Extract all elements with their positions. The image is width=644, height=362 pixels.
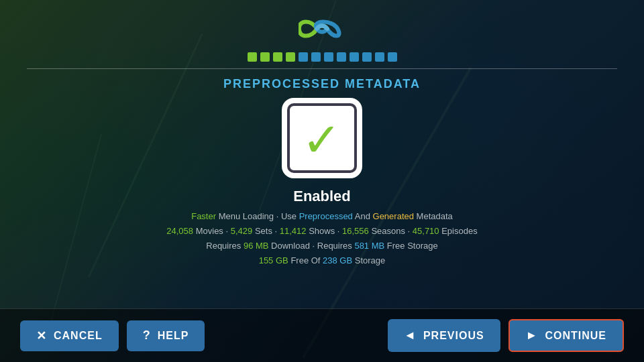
previous-button[interactable]: ◄ PREVIOUS — [388, 319, 500, 352]
progress-dot — [299, 52, 308, 62]
previous-icon: ◄ — [404, 328, 417, 343]
app-logo — [299, 12, 345, 46]
desc-total-storage: 238 GB — [323, 255, 352, 265]
previous-label: PREVIOUS — [423, 330, 484, 342]
cancel-label: CANCEL — [54, 330, 103, 342]
main-content: ✓ Enabled Faster Menu Loading · Use Prep… — [166, 98, 477, 308]
page-title: PREPROCESSED METADATA — [223, 77, 421, 91]
help-icon: ? — [143, 328, 151, 343]
continue-button[interactable]: ► CONTINUE — [508, 319, 624, 352]
header-divider — [27, 68, 617, 69]
desc-line-2: 24,058 Movies · 5,429 Sets · 11,412 Show… — [166, 224, 477, 239]
progress-dot — [375, 52, 384, 62]
progress-dot — [337, 52, 346, 62]
progress-dot — [324, 52, 333, 62]
desc-line-3: Requires 96 MB Download · Requires 581 M… — [166, 239, 477, 253]
help-label: HELP — [158, 330, 189, 342]
progress-dot — [311, 52, 321, 62]
help-button[interactable]: ? HELP — [127, 320, 205, 351]
progress-dot — [260, 52, 270, 62]
right-buttons: ◄ PREVIOUS ► CONTINUE — [388, 319, 624, 352]
desc-preprocessed: Preprocessed — [299, 211, 353, 221]
app-header — [248, 12, 397, 62]
desc-line-1: Faster Menu Loading · Use Preprocessed A… — [166, 209, 477, 224]
status-icon: ✓ — [282, 98, 362, 178]
cancel-button[interactable]: ✕ CANCEL — [20, 320, 119, 351]
progress-indicator — [248, 52, 397, 62]
desc-storage-required: 581 MB — [354, 241, 384, 251]
bottom-bar: ✕ CANCEL ? HELP ◄ PREVIOUS ► CONTINUE — [0, 308, 644, 362]
progress-dot — [248, 52, 257, 62]
desc-line-4: 155 GB Free Of 238 GB Storage — [166, 253, 477, 268]
description-block: Faster Menu Loading · Use Preprocessed A… — [166, 209, 477, 268]
status-label: Enabled — [293, 188, 351, 205]
continue-icon: ► — [526, 328, 539, 343]
desc-seasons-count: 16,556 — [342, 226, 369, 236]
desc-free-storage: 155 GB — [259, 255, 288, 265]
progress-dot — [388, 52, 397, 62]
desc-shows-count: 11,412 — [280, 226, 307, 236]
continue-label: CONTINUE — [545, 330, 606, 342]
desc-movies-count: 24,058 — [166, 226, 193, 236]
desc-episodes-count: 45,710 — [413, 226, 439, 236]
checkmark-icon: ✓ — [302, 117, 341, 164]
progress-dot — [286, 52, 295, 62]
desc-faster: Faster — [191, 211, 216, 221]
left-buttons: ✕ CANCEL ? HELP — [20, 320, 205, 351]
desc-sets-count: 5,429 — [231, 226, 253, 236]
progress-dot — [350, 52, 359, 62]
progress-dot — [273, 52, 282, 62]
desc-download-size: 96 MB — [244, 241, 269, 251]
desc-generated: Generated — [373, 211, 414, 221]
progress-dot — [362, 52, 372, 62]
cancel-icon: ✕ — [36, 328, 47, 343]
